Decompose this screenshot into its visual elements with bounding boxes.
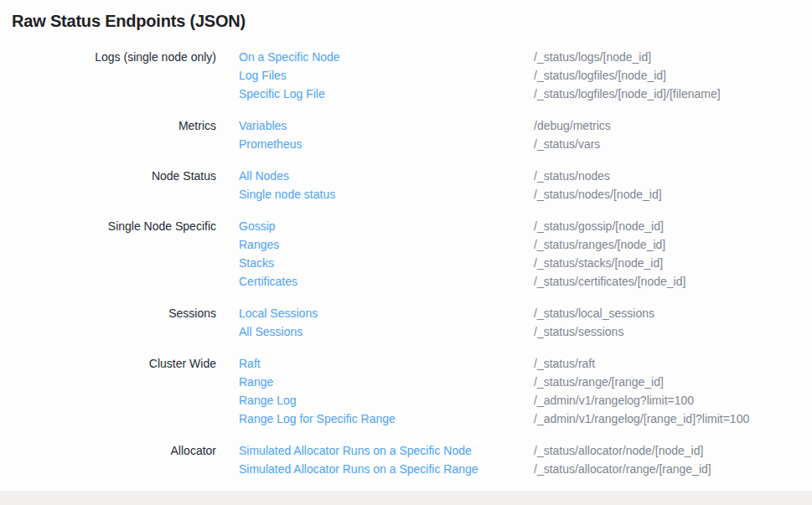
endpoint-path: /_admin/v1/rangelog/[range_id]?limit=100 [534, 410, 812, 428]
paths-column: /_status/raft/_status/range/[range_id]/_… [534, 354, 812, 428]
endpoint-group: Node Status All NodesSingle node status … [0, 167, 812, 204]
endpoint-groups: Logs (single node only) On a Specific No… [0, 48, 812, 478]
paths-column: /_status/nodes/_status/nodes/[node_id] [534, 167, 812, 204]
endpoint-link[interactable]: Single node status [239, 185, 511, 204]
endpoint-link[interactable]: All Nodes [239, 167, 511, 185]
links-column: On a Specific NodeLog FilesSpecific Log … [239, 48, 511, 103]
endpoint-link[interactable]: Raft [239, 354, 511, 373]
endpoint-group: Cluster Wide RaftRangeRange LogRange Log… [0, 354, 812, 428]
endpoint-path: /_status/nodes [534, 167, 812, 185]
endpoint-link[interactable]: Simulated Allocator Runs on a Specific N… [239, 441, 511, 460]
endpoint-path: /_status/nodes/[node_id] [534, 185, 812, 204]
endpoint-path: /_status/certificates/[node_id] [534, 272, 812, 291]
endpoint-path: /_status/logfiles/[node_id] [534, 66, 812, 85]
category-label: Allocator [0, 441, 216, 478]
endpoint-link[interactable]: Range Log [239, 391, 511, 410]
endpoint-path: /_status/allocator/node/[node_id] [534, 441, 812, 460]
links-column: VariablesPrometheus [239, 116, 511, 153]
endpoint-path: /_status/gossip/[node_id] [534, 217, 812, 235]
category-label: Sessions [0, 304, 216, 341]
paths-column: /_status/local_sessions/_status/sessions [534, 304, 812, 341]
category-label: Single Node Specific [0, 217, 216, 291]
endpoint-group: Metrics VariablesPrometheus /debug/metri… [0, 116, 812, 153]
endpoint-path: /_status/logfiles/[node_id]/[filename] [534, 85, 812, 103]
debug-endpoints-page: Raw Status Endpoints (JSON) Logs (single… [0, 0, 812, 505]
endpoint-link[interactable]: Range [239, 373, 511, 391]
endpoint-group: Logs (single node only) On a Specific No… [0, 48, 812, 103]
endpoint-group: Single Node Specific GossipRangesStacksC… [0, 217, 812, 291]
links-column: RaftRangeRange LogRange Log for Specific… [239, 354, 511, 428]
page-title: Raw Status Endpoints (JSON) [0, 0, 812, 31]
endpoint-group: Sessions Local SessionsAll Sessions /_st… [0, 304, 812, 341]
endpoint-link[interactable]: Stacks [239, 254, 511, 272]
links-column: Local SessionsAll Sessions [239, 304, 511, 341]
endpoint-link[interactable]: Local Sessions [239, 304, 511, 322]
endpoint-link[interactable]: On a Specific Node [239, 48, 511, 66]
endpoint-path: /debug/metrics [534, 116, 812, 135]
category-label: Logs (single node only) [0, 48, 216, 103]
endpoint-path: /_status/raft [534, 354, 812, 373]
endpoint-path: /_status/allocator/range/[range_id] [534, 460, 812, 478]
endpoint-path: /_status/logs/[node_id] [534, 48, 812, 66]
endpoint-link[interactable]: Prometheus [239, 135, 511, 153]
paths-column: /_status/allocator/node/[node_id]/_statu… [534, 441, 812, 478]
endpoint-path: /_status/ranges/[node_id] [534, 235, 812, 254]
links-column: All NodesSingle node status [239, 167, 511, 204]
paths-column: /debug/metrics/_status/vars [534, 116, 812, 153]
endpoint-link[interactable]: Simulated Allocator Runs on a Specific R… [239, 460, 511, 478]
paths-column: /_status/gossip/[node_id]/_status/ranges… [534, 217, 812, 291]
endpoint-path: /_status/local_sessions [534, 304, 812, 322]
footer-strip [0, 491, 812, 505]
endpoint-link[interactable]: Ranges [239, 235, 511, 254]
links-column: GossipRangesStacksCertificates [239, 217, 511, 291]
endpoint-path: /_admin/v1/rangelog?limit=100 [534, 391, 812, 410]
category-label: Metrics [0, 116, 216, 153]
endpoint-link[interactable]: Range Log for Specific Range [239, 410, 511, 428]
endpoint-link[interactable]: Log Files [239, 66, 511, 85]
category-label: Cluster Wide [0, 354, 216, 428]
endpoint-path: /_status/vars [534, 135, 812, 153]
endpoint-path: /_status/range/[range_id] [534, 373, 812, 391]
endpoint-group: Allocator Simulated Allocator Runs on a … [0, 441, 812, 478]
links-column: Simulated Allocator Runs on a Specific N… [239, 441, 511, 478]
paths-column: /_status/logs/[node_id]/_status/logfiles… [534, 48, 812, 103]
endpoint-link[interactable]: Certificates [239, 272, 511, 291]
endpoint-link[interactable]: All Sessions [239, 322, 511, 341]
endpoint-link[interactable]: Specific Log File [239, 85, 511, 103]
endpoint-path: /_status/sessions [534, 322, 812, 341]
endpoint-link[interactable]: Gossip [239, 217, 511, 235]
endpoint-path: /_status/stacks/[node_id] [534, 254, 812, 272]
endpoint-link[interactable]: Variables [239, 116, 511, 135]
category-label: Node Status [0, 167, 216, 204]
